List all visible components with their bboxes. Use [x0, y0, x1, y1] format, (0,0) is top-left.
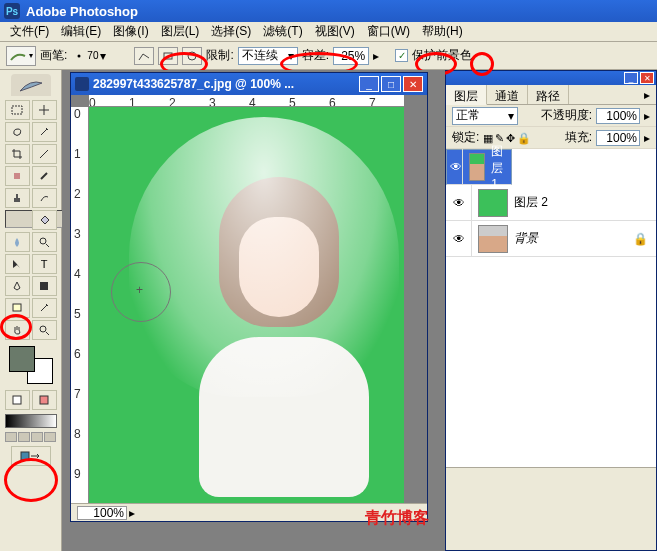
dropdown-icon: ▾ — [100, 49, 106, 63]
sampling-swatch-button[interactable] — [182, 47, 202, 65]
marquee-tool[interactable] — [5, 100, 30, 120]
layer-name[interactable]: 图层 2 — [514, 194, 548, 211]
blur-tool[interactable] — [5, 232, 30, 252]
color-swatches[interactable] — [9, 346, 53, 384]
screen-mode-button[interactable] — [5, 432, 17, 442]
imageready-button[interactable] — [11, 446, 51, 466]
menu-view[interactable]: 视图(V) — [309, 21, 361, 42]
type-tool[interactable]: T — [32, 254, 57, 274]
tolerance-label: 容差: — [302, 47, 329, 64]
pen-tool[interactable] — [5, 276, 30, 296]
menu-help[interactable]: 帮助(H) — [416, 21, 469, 42]
menu-layer[interactable]: 图层(L) — [155, 21, 206, 42]
brush-size-picker[interactable]: 70 ▾ — [71, 48, 106, 64]
menu-filter[interactable]: 滤镜(T) — [257, 21, 308, 42]
menu-window[interactable]: 窗口(W) — [361, 21, 416, 42]
arrow-icon[interactable]: ▸ — [129, 506, 135, 520]
toolbox: T — [0, 70, 62, 551]
layer-thumbnail[interactable] — [469, 153, 485, 181]
sampling-continuous-button[interactable] — [134, 47, 154, 65]
sampling-once-button[interactable] — [158, 47, 178, 65]
shape-tool[interactable] — [32, 276, 57, 296]
slice-tool[interactable] — [32, 144, 57, 164]
ruler-horizontal[interactable]: 01234567 — [89, 95, 404, 107]
quickmask-mode-button[interactable] — [32, 390, 57, 410]
layer-thumbnail[interactable] — [478, 189, 508, 217]
svg-rect-12 — [13, 396, 21, 404]
blend-mode-select[interactable]: 正常▾ — [452, 107, 518, 125]
visibility-toggle[interactable]: 👁 — [446, 221, 472, 257]
tolerance-input[interactable]: 25% — [333, 47, 369, 65]
svg-point-8 — [40, 238, 46, 244]
tab-channels[interactable]: 通道 — [487, 85, 528, 104]
menu-image[interactable]: 图像(I) — [107, 21, 154, 42]
options-bar: ▾ 画笔: 70 ▾ 限制: 不连续▾ 容差: 25% ▸ ✓ 保护前景色 — [0, 42, 657, 70]
visibility-toggle[interactable]: 👁 — [446, 185, 472, 221]
notes-tool[interactable] — [5, 298, 30, 318]
screen-mode-button[interactable] — [31, 432, 43, 442]
screen-mode-button[interactable] — [18, 432, 30, 442]
layer-thumbnail[interactable] — [478, 225, 508, 253]
panel-minimize-button[interactable]: _ — [624, 72, 638, 84]
panel-close-button[interactable]: ✕ — [640, 72, 654, 84]
app-titlebar: Ps Adobe Photoshop — [0, 0, 657, 22]
panel-menu-icon[interactable]: ▸ — [638, 85, 656, 104]
layer-row[interactable]: 👁 图层 1 — [446, 149, 512, 185]
tab-layers[interactable]: 图层 — [446, 85, 487, 105]
tool-preset-picker[interactable]: ▾ — [6, 46, 36, 66]
arrow-icon[interactable]: ▸ — [644, 131, 650, 145]
zoom-tool[interactable] — [32, 320, 57, 340]
stamp-tool[interactable] — [5, 188, 30, 208]
lock-label: 锁定: — [452, 129, 479, 146]
close-button[interactable]: ✕ — [403, 76, 423, 92]
app-icon: Ps — [4, 3, 20, 19]
menu-edit[interactable]: 编辑(E) — [55, 21, 107, 42]
history-brush-tool[interactable] — [32, 188, 57, 208]
hand-tool[interactable] — [5, 320, 30, 340]
opacity-input[interactable]: 100% — [596, 108, 640, 124]
svg-rect-9 — [40, 282, 48, 290]
brush-tool[interactable] — [32, 166, 57, 186]
healing-tool[interactable] — [5, 166, 30, 186]
layer-row[interactable]: 👁 背景 🔒 — [446, 221, 656, 257]
lock-icon: 🔒 — [633, 232, 648, 246]
layer-name[interactable]: 背景 — [514, 230, 538, 247]
zoom-input[interactable]: 100% — [77, 506, 127, 520]
screen-mode-button[interactable] — [44, 432, 56, 442]
blend-row: 正常▾ 不透明度: 100% ▸ — [446, 105, 656, 127]
standard-mode-button[interactable] — [5, 390, 30, 410]
dodge-tool[interactable] — [32, 232, 57, 252]
protect-fg-label: 保护前景色 — [412, 47, 472, 64]
eyedropper-tool[interactable] — [32, 298, 57, 318]
document-window: 282997t433625787_c.jpg @ 100% ... _ □ ✕ … — [70, 72, 428, 522]
dropdown-icon: ▾ — [29, 51, 33, 60]
bucket-tool[interactable] — [32, 210, 57, 230]
ruler-vertical[interactable]: 0123456789 — [71, 107, 89, 503]
panel-titlebar[interactable]: _ ✕ — [446, 71, 656, 85]
wand-tool[interactable] — [32, 122, 57, 142]
minimize-button[interactable]: _ — [359, 76, 379, 92]
svg-point-11 — [40, 326, 46, 332]
document-title: 282997t433625787_c.jpg @ 100% ... — [93, 77, 359, 91]
canvas[interactable] — [89, 107, 404, 503]
menu-file[interactable]: 文件(F) — [4, 21, 55, 42]
image-content — [159, 137, 389, 497]
layer-row[interactable]: 👁 图层 2 — [446, 185, 656, 221]
fill-input[interactable]: 100% — [596, 130, 640, 146]
layer-name[interactable]: 图层 1 — [491, 143, 508, 191]
protect-fg-checkbox[interactable]: ✓ — [395, 49, 408, 62]
limit-select[interactable]: 不连续▾ — [238, 47, 298, 65]
foreground-swatch[interactable] — [9, 346, 35, 372]
document-titlebar[interactable]: 282997t433625787_c.jpg @ 100% ... _ □ ✕ — [71, 73, 427, 95]
tab-paths[interactable]: 路径 — [528, 85, 569, 104]
lasso-tool[interactable] — [5, 122, 30, 142]
menu-select[interactable]: 选择(S) — [205, 21, 257, 42]
maximize-button[interactable]: □ — [381, 76, 401, 92]
arrow-icon[interactable]: ▸ — [373, 49, 379, 63]
move-tool[interactable] — [32, 100, 57, 120]
crop-tool[interactable] — [5, 144, 30, 164]
arrow-icon[interactable]: ▸ — [644, 109, 650, 123]
limit-label: 限制: — [206, 47, 233, 64]
path-select-tool[interactable] — [5, 254, 30, 274]
visibility-toggle[interactable]: 👁 — [450, 149, 463, 185]
